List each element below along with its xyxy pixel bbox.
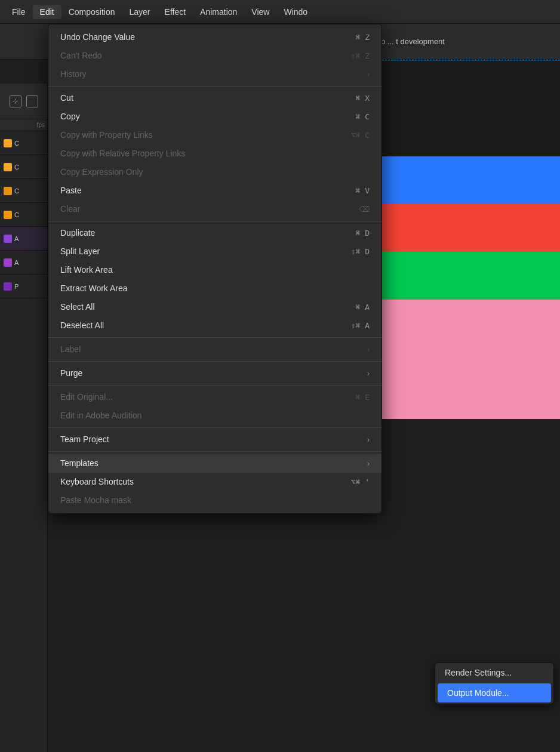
layer-color-2 <box>4 163 12 171</box>
menu-copy-property-links-label: Copy with Property Links <box>60 129 153 141</box>
layer-label-6: A <box>0 251 47 275</box>
menu-view[interactable]: View <box>244 5 276 19</box>
menu-duplicate-label: Duplicate <box>60 227 95 239</box>
layer-label-1: C <box>0 131 47 155</box>
menu-history-arrow: › <box>367 69 370 81</box>
menu-keyboard-shortcuts-label: Keyboard Shortcuts <box>60 476 134 488</box>
menu-undo-shortcut: ⌘ Z <box>356 32 370 44</box>
layer-color-7 <box>4 282 12 291</box>
menu-edit-original-shortcut: ⌘ E <box>356 392 370 403</box>
menu-copy[interactable]: Copy ⌘ C <box>48 107 381 126</box>
menu-split-layer-label: Split Layer <box>60 245 100 258</box>
menu-keyboard-shortcuts[interactable]: Keyboard Shortcuts ⌥⌘ ' <box>48 473 381 491</box>
menu-team-project[interactable]: Team Project › <box>48 430 381 449</box>
menu-copy-property-links-shortcut: ⌥⌘ C <box>351 130 370 141</box>
menu-edit-original: Edit Original... ⌘ E <box>48 388 381 406</box>
layer-color-3 <box>4 187 12 195</box>
menu-team-project-label: Team Project <box>60 433 109 446</box>
fps-display: fps <box>0 119 47 131</box>
menu-copy-shortcut: ⌘ C <box>356 111 370 123</box>
menu-duplicate[interactable]: Duplicate ⌘ D <box>48 224 381 242</box>
menu-history: History › <box>48 65 381 84</box>
menu-redo: Can't Redo ⇧⌘ Z <box>48 47 381 65</box>
menu-deselect-all-label: Deselect All <box>60 319 104 332</box>
rectangle-tool-icon[interactable] <box>26 95 38 107</box>
separator-6 <box>48 427 381 428</box>
layer-letter-5: A <box>14 235 19 242</box>
menu-redo-label: Can't Redo <box>60 50 102 62</box>
menu-paste-mocha: Paste Mocha mask <box>48 491 381 510</box>
menu-copy-expression-label: Copy Expression Only <box>60 166 143 178</box>
menu-effect[interactable]: Effect <box>158 5 193 19</box>
menu-templates[interactable]: Templates › <box>48 454 381 473</box>
menu-redo-shortcut: ⇧⌘ Z <box>351 50 370 62</box>
menu-history-label: History <box>60 68 87 81</box>
menu-copy-relative: Copy with Relative Property Links <box>48 144 381 163</box>
separator-4 <box>48 361 381 362</box>
menu-edit-audition: Edit in Adobe Audition <box>48 406 381 425</box>
edit-dropdown-menu: Undo Change Value ⌘ Z Can't Redo ⇧⌘ Z Hi… <box>48 24 382 514</box>
layer-label-7: P <box>0 275 47 298</box>
layer-label-2: C <box>0 155 47 179</box>
menu-split-layer[interactable]: Split Layer ⇧⌘ D <box>48 242 381 261</box>
submenu-panel: Render Settings... Output Module... <box>435 662 554 704</box>
menu-paste[interactable]: Paste ⌘ V <box>48 181 381 200</box>
menu-extract-work-area[interactable]: Extract Work Area <box>48 279 381 298</box>
menu-edit-audition-label: Edit in Adobe Audition <box>60 409 141 422</box>
menu-label-label: Label <box>60 343 81 356</box>
menubar: File Edit Composition Layer Effect Anima… <box>0 0 560 24</box>
menu-deselect-all[interactable]: Deselect All ⇧⌘ A <box>48 316 381 335</box>
layer-color-6 <box>4 258 12 267</box>
separator-1 <box>48 86 381 87</box>
separator-5 <box>48 385 381 386</box>
menu-copy-expression: Copy Expression Only <box>48 163 381 181</box>
layer-letter-2: C <box>14 164 19 171</box>
menu-layer[interactable]: Layer <box>122 5 158 19</box>
menu-select-all-shortcut: ⌘ A <box>356 301 370 313</box>
selection-tool-icon[interactable]: ⊹ <box>10 95 21 107</box>
submenu-output-module[interactable]: Output Module... <box>438 683 551 702</box>
menu-copy-label: Copy <box>60 110 80 123</box>
menu-lift-work-area[interactable]: Lift Work Area <box>48 261 381 279</box>
menu-clear-label: Clear <box>60 203 80 215</box>
menu-deselect-all-shortcut: ⇧⌘ A <box>351 320 370 332</box>
menu-purge-label: Purge <box>60 367 82 380</box>
menu-cut-label: Cut <box>60 92 73 104</box>
menu-undo[interactable]: Undo Change Value ⌘ Z <box>48 28 381 47</box>
layer-label-4: C <box>0 203 47 227</box>
fps-label: fps <box>37 122 45 128</box>
layer-letter-1: C <box>14 140 19 147</box>
menu-purge[interactable]: Purge › <box>48 364 381 383</box>
menu-templates-label: Templates <box>60 457 99 470</box>
menu-composition[interactable]: Composition <box>61 5 122 19</box>
menu-window[interactable]: Windo <box>276 5 315 19</box>
tools-area: ⊹ <box>0 84 47 119</box>
menu-split-layer-shortcut: ⇧⌘ D <box>351 246 370 258</box>
menu-cut[interactable]: Cut ⌘ X <box>48 89 381 107</box>
layer-letter-7: P <box>14 283 19 290</box>
menu-clear: Clear ⌫ <box>48 200 381 218</box>
menu-animation[interactable]: Animation <box>193 5 244 19</box>
menu-paste-label: Paste <box>60 184 82 197</box>
menu-edit-original-label: Edit Original... <box>60 391 113 403</box>
layer-letter-6: A <box>14 259 19 266</box>
menu-copy-property-links: Copy with Property Links ⌥⌘ C <box>48 126 381 144</box>
separator-7 <box>48 451 381 452</box>
menu-edit[interactable]: Edit <box>33 5 61 19</box>
menu-paste-mocha-label: Paste Mocha mask <box>60 494 131 507</box>
menu-undo-label: Undo Change Value <box>60 31 135 44</box>
menu-file[interactable]: File <box>5 5 33 19</box>
menu-duplicate-shortcut: ⌘ D <box>356 227 370 239</box>
menu-extract-work-area-label: Extract Work Area <box>60 282 128 295</box>
submenu-render-settings[interactable]: Render Settings... <box>435 663 553 682</box>
menu-select-all[interactable]: Select All ⌘ A <box>48 298 381 316</box>
layer-letter-3: C <box>14 187 19 195</box>
layer-color-1 <box>4 139 12 147</box>
menu-paste-shortcut: ⌘ V <box>356 185 370 197</box>
layer-label-3: C <box>0 179 47 203</box>
left-panel: ⊹ fps C C C C A A <box>0 84 48 752</box>
menu-keyboard-shortcuts-shortcut: ⌥⌘ ' <box>351 476 370 488</box>
menu-copy-relative-label: Copy with Relative Property Links <box>60 147 185 160</box>
menu-cut-shortcut: ⌘ X <box>356 93 370 104</box>
menu-purge-arrow: › <box>367 368 370 380</box>
